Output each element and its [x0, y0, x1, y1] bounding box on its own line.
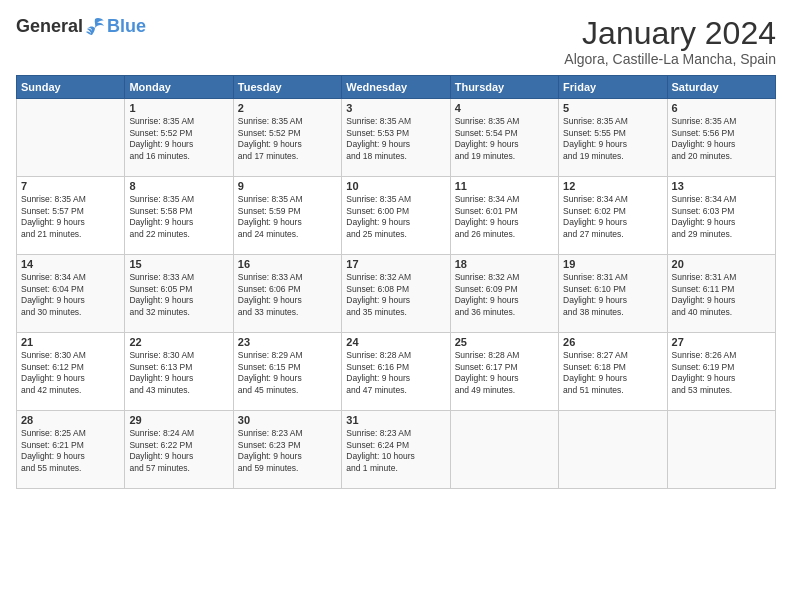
- day-number: 9: [238, 180, 337, 192]
- cell-content: Sunrise: 8:27 AM Sunset: 6:18 PM Dayligh…: [563, 350, 662, 396]
- calendar-cell: 13Sunrise: 8:34 AM Sunset: 6:03 PM Dayli…: [667, 177, 775, 255]
- calendar-cell: 21Sunrise: 8:30 AM Sunset: 6:12 PM Dayli…: [17, 333, 125, 411]
- cell-content: Sunrise: 8:23 AM Sunset: 6:23 PM Dayligh…: [238, 428, 337, 474]
- calendar-cell: [450, 411, 558, 489]
- calendar-cell: 5Sunrise: 8:35 AM Sunset: 5:55 PM Daylig…: [559, 99, 667, 177]
- cell-content: Sunrise: 8:35 AM Sunset: 5:56 PM Dayligh…: [672, 116, 771, 162]
- calendar-week-row: 21Sunrise: 8:30 AM Sunset: 6:12 PM Dayli…: [17, 333, 776, 411]
- day-number: 13: [672, 180, 771, 192]
- calendar-cell: 20Sunrise: 8:31 AM Sunset: 6:11 PM Dayli…: [667, 255, 775, 333]
- calendar-cell: 19Sunrise: 8:31 AM Sunset: 6:10 PM Dayli…: [559, 255, 667, 333]
- cell-content: Sunrise: 8:35 AM Sunset: 5:59 PM Dayligh…: [238, 194, 337, 240]
- cell-content: Sunrise: 8:31 AM Sunset: 6:10 PM Dayligh…: [563, 272, 662, 318]
- cell-content: Sunrise: 8:33 AM Sunset: 6:06 PM Dayligh…: [238, 272, 337, 318]
- calendar-cell: 10Sunrise: 8:35 AM Sunset: 6:00 PM Dayli…: [342, 177, 450, 255]
- day-number: 7: [21, 180, 120, 192]
- cell-content: Sunrise: 8:23 AM Sunset: 6:24 PM Dayligh…: [346, 428, 445, 474]
- day-header-friday: Friday: [559, 76, 667, 99]
- day-number: 15: [129, 258, 228, 270]
- logo-bird-icon: [84, 17, 106, 37]
- day-number: 22: [129, 336, 228, 348]
- day-header-saturday: Saturday: [667, 76, 775, 99]
- day-header-thursday: Thursday: [450, 76, 558, 99]
- cell-content: Sunrise: 8:35 AM Sunset: 5:55 PM Dayligh…: [563, 116, 662, 162]
- cell-content: Sunrise: 8:34 AM Sunset: 6:01 PM Dayligh…: [455, 194, 554, 240]
- day-number: 27: [672, 336, 771, 348]
- calendar-cell: 26Sunrise: 8:27 AM Sunset: 6:18 PM Dayli…: [559, 333, 667, 411]
- calendar-week-row: 14Sunrise: 8:34 AM Sunset: 6:04 PM Dayli…: [17, 255, 776, 333]
- calendar-cell: 17Sunrise: 8:32 AM Sunset: 6:08 PM Dayli…: [342, 255, 450, 333]
- cell-content: Sunrise: 8:28 AM Sunset: 6:16 PM Dayligh…: [346, 350, 445, 396]
- calendar-cell: 30Sunrise: 8:23 AM Sunset: 6:23 PM Dayli…: [233, 411, 341, 489]
- cell-content: Sunrise: 8:25 AM Sunset: 6:21 PM Dayligh…: [21, 428, 120, 474]
- calendar-cell: 25Sunrise: 8:28 AM Sunset: 6:17 PM Dayli…: [450, 333, 558, 411]
- day-number: 16: [238, 258, 337, 270]
- cell-content: Sunrise: 8:29 AM Sunset: 6:15 PM Dayligh…: [238, 350, 337, 396]
- cell-content: Sunrise: 8:35 AM Sunset: 5:58 PM Dayligh…: [129, 194, 228, 240]
- calendar-cell: 9Sunrise: 8:35 AM Sunset: 5:59 PM Daylig…: [233, 177, 341, 255]
- day-number: 26: [563, 336, 662, 348]
- cell-content: Sunrise: 8:28 AM Sunset: 6:17 PM Dayligh…: [455, 350, 554, 396]
- cell-content: Sunrise: 8:26 AM Sunset: 6:19 PM Dayligh…: [672, 350, 771, 396]
- calendar-week-row: 7Sunrise: 8:35 AM Sunset: 5:57 PM Daylig…: [17, 177, 776, 255]
- calendar-cell: [559, 411, 667, 489]
- day-number: 28: [21, 414, 120, 426]
- calendar-header-row: SundayMondayTuesdayWednesdayThursdayFrid…: [17, 76, 776, 99]
- cell-content: Sunrise: 8:35 AM Sunset: 5:57 PM Dayligh…: [21, 194, 120, 240]
- day-number: 3: [346, 102, 445, 114]
- calendar-cell: 14Sunrise: 8:34 AM Sunset: 6:04 PM Dayli…: [17, 255, 125, 333]
- calendar-cell: 6Sunrise: 8:35 AM Sunset: 5:56 PM Daylig…: [667, 99, 775, 177]
- day-number: 11: [455, 180, 554, 192]
- calendar-table: SundayMondayTuesdayWednesdayThursdayFrid…: [16, 75, 776, 489]
- day-number: 19: [563, 258, 662, 270]
- logo-general: General: [16, 16, 83, 37]
- day-number: 2: [238, 102, 337, 114]
- cell-content: Sunrise: 8:35 AM Sunset: 6:00 PM Dayligh…: [346, 194, 445, 240]
- header: General Blue January 2024 Algora, Castil…: [16, 16, 776, 67]
- calendar-cell: 15Sunrise: 8:33 AM Sunset: 6:05 PM Dayli…: [125, 255, 233, 333]
- day-number: 17: [346, 258, 445, 270]
- logo: General Blue: [16, 16, 146, 37]
- calendar-cell: 27Sunrise: 8:26 AM Sunset: 6:19 PM Dayli…: [667, 333, 775, 411]
- day-number: 21: [21, 336, 120, 348]
- day-number: 8: [129, 180, 228, 192]
- day-number: 23: [238, 336, 337, 348]
- calendar-cell: 12Sunrise: 8:34 AM Sunset: 6:02 PM Dayli…: [559, 177, 667, 255]
- calendar-container: General Blue January 2024 Algora, Castil…: [0, 0, 792, 612]
- day-header-wednesday: Wednesday: [342, 76, 450, 99]
- calendar-cell: 22Sunrise: 8:30 AM Sunset: 6:13 PM Dayli…: [125, 333, 233, 411]
- day-number: 10: [346, 180, 445, 192]
- calendar-cell: 24Sunrise: 8:28 AM Sunset: 6:16 PM Dayli…: [342, 333, 450, 411]
- day-number: 24: [346, 336, 445, 348]
- calendar-cell: 2Sunrise: 8:35 AM Sunset: 5:52 PM Daylig…: [233, 99, 341, 177]
- calendar-cell: 4Sunrise: 8:35 AM Sunset: 5:54 PM Daylig…: [450, 99, 558, 177]
- day-number: 4: [455, 102, 554, 114]
- calendar-cell: 23Sunrise: 8:29 AM Sunset: 6:15 PM Dayli…: [233, 333, 341, 411]
- month-title: January 2024: [564, 16, 776, 51]
- calendar-cell: [17, 99, 125, 177]
- cell-content: Sunrise: 8:35 AM Sunset: 5:52 PM Dayligh…: [129, 116, 228, 162]
- day-number: 20: [672, 258, 771, 270]
- day-number: 29: [129, 414, 228, 426]
- cell-content: Sunrise: 8:30 AM Sunset: 6:13 PM Dayligh…: [129, 350, 228, 396]
- day-header-sunday: Sunday: [17, 76, 125, 99]
- calendar-cell: 3Sunrise: 8:35 AM Sunset: 5:53 PM Daylig…: [342, 99, 450, 177]
- calendar-cell: 31Sunrise: 8:23 AM Sunset: 6:24 PM Dayli…: [342, 411, 450, 489]
- day-number: 30: [238, 414, 337, 426]
- cell-content: Sunrise: 8:24 AM Sunset: 6:22 PM Dayligh…: [129, 428, 228, 474]
- day-number: 6: [672, 102, 771, 114]
- calendar-cell: 28Sunrise: 8:25 AM Sunset: 6:21 PM Dayli…: [17, 411, 125, 489]
- calendar-cell: 1Sunrise: 8:35 AM Sunset: 5:52 PM Daylig…: [125, 99, 233, 177]
- calendar-cell: 7Sunrise: 8:35 AM Sunset: 5:57 PM Daylig…: [17, 177, 125, 255]
- day-number: 12: [563, 180, 662, 192]
- cell-content: Sunrise: 8:35 AM Sunset: 5:53 PM Dayligh…: [346, 116, 445, 162]
- cell-content: Sunrise: 8:34 AM Sunset: 6:02 PM Dayligh…: [563, 194, 662, 240]
- day-number: 18: [455, 258, 554, 270]
- cell-content: Sunrise: 8:31 AM Sunset: 6:11 PM Dayligh…: [672, 272, 771, 318]
- day-number: 25: [455, 336, 554, 348]
- calendar-cell: 16Sunrise: 8:33 AM Sunset: 6:06 PM Dayli…: [233, 255, 341, 333]
- day-number: 31: [346, 414, 445, 426]
- cell-content: Sunrise: 8:30 AM Sunset: 6:12 PM Dayligh…: [21, 350, 120, 396]
- calendar-cell: 8Sunrise: 8:35 AM Sunset: 5:58 PM Daylig…: [125, 177, 233, 255]
- calendar-week-row: 1Sunrise: 8:35 AM Sunset: 5:52 PM Daylig…: [17, 99, 776, 177]
